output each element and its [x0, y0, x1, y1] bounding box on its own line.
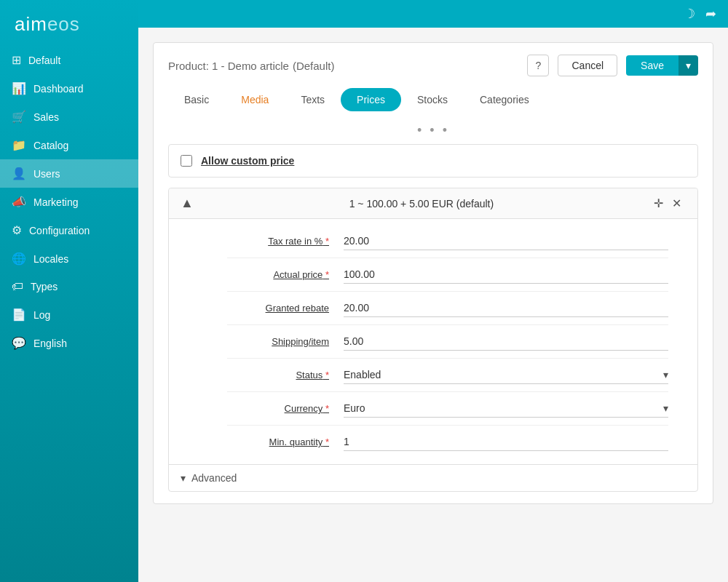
required-marker: * [325, 436, 329, 447]
sidebar-item-label: English [33, 338, 67, 349]
move-icon[interactable]: ✛ [649, 196, 668, 210]
sidebar-item-label: Marketing [33, 196, 78, 208]
sidebar-item-log[interactable]: 📄 Log [0, 300, 138, 329]
min-quantity-input[interactable] [344, 433, 668, 451]
english-icon: 💬 [12, 336, 26, 350]
dots-row: • • • [168, 120, 698, 144]
granted-rebate-input[interactable] [344, 299, 668, 317]
required-marker: * [325, 403, 329, 414]
chevron-down-icon: ▾ [181, 472, 186, 484]
price-block-header: ▲ 1 ~ 100.00 + 5.00 EUR (default) ✛ ✕ [169, 188, 697, 219]
tab-prices[interactable]: Prices [341, 88, 401, 111]
actual-price-input[interactable] [344, 266, 668, 284]
sidebar-item-sales[interactable]: 🛒 Sales [0, 103, 138, 131]
tab-texts[interactable]: Texts [285, 88, 341, 111]
save-button[interactable]: Save [626, 55, 678, 76]
actual-price-label: Actual price * [227, 269, 344, 280]
sidebar-item-label: Catalog [33, 140, 68, 151]
users-icon: 👤 [12, 167, 26, 180]
sidebar-item-label: Sales [33, 111, 59, 123]
required-marker: * [325, 269, 329, 280]
currency-select-wrapper: Euro USD GBP ▾ [344, 399, 668, 418]
required-marker: * [325, 236, 329, 247]
shipping-item-label: Shipping/item [227, 336, 344, 347]
sidebar-item-marketing[interactable]: 📣 Marketing [0, 188, 138, 216]
currency-label: Currency * [227, 403, 344, 414]
locales-icon: 🌐 [12, 252, 26, 266]
chevron-down-icon: ▾ [663, 402, 668, 414]
granted-rebate-row: Granted rebate [227, 292, 668, 325]
status-select[interactable]: Enabled Disabled [344, 366, 663, 383]
sidebar-item-english[interactable]: 💬 English [0, 329, 138, 357]
save-button-group: Save ▾ [626, 55, 698, 76]
product-title: Product: 1 - Demo article (Default) [168, 58, 518, 73]
sidebar-nav: ⊞ Default 📊 Dashboard 🛒 Sales 📁 Catalog … [0, 46, 138, 357]
required-marker: * [325, 370, 329, 380]
tab-categories[interactable]: Categories [464, 88, 545, 111]
logo: aimeos [0, 0, 138, 46]
sidebar: aimeos ⊞ Default 📊 Dashboard 🛒 Sales 📁 C… [0, 0, 138, 582]
sidebar-item-label: Log [33, 309, 50, 321]
sidebar-item-dashboard[interactable]: 📊 Dashboard [0, 74, 138, 103]
sidebar-item-users[interactable]: 👤 Users [0, 159, 138, 188]
sidebar-item-configuration[interactable]: ⚙ Configuration [0, 216, 138, 244]
sidebar-item-label: Types [31, 281, 58, 292]
advanced-row[interactable]: ▾ Advanced [169, 464, 697, 491]
min-quantity-row: Min. quantity * [227, 426, 668, 458]
status-row: Status * Enabled Disabled ▾ [227, 359, 668, 392]
price-block-title: 1 ~ 100.00 + 5.00 EUR (default) [194, 198, 649, 210]
product-card: Product: 1 - Demo article (Default) ? Ca… [153, 42, 713, 504]
custom-price-label: Allow custom price [201, 155, 294, 167]
cancel-button[interactable]: Cancel [558, 55, 617, 76]
status-label: Status * [227, 370, 344, 380]
tab-stocks[interactable]: Stocks [401, 88, 464, 111]
sidebar-item-catalog[interactable]: 📁 Catalog [0, 131, 138, 159]
custom-price-checkbox[interactable] [181, 155, 192, 167]
tax-rate-input[interactable] [344, 232, 668, 250]
save-dropdown-button[interactable]: ▾ [678, 55, 698, 76]
log-icon: 📄 [12, 308, 26, 322]
price-block: ▲ 1 ~ 100.00 + 5.00 EUR (default) ✛ ✕ Ta… [168, 188, 698, 492]
currency-row: Currency * Euro USD GBP ▾ [227, 392, 668, 426]
tab-bar: Basic Media Texts Prices Stocks Categori… [168, 88, 698, 111]
min-quantity-label: Min. quantity * [227, 436, 344, 447]
delete-icon[interactable]: ✕ [668, 196, 686, 210]
sidebar-item-label: Default [28, 55, 60, 66]
help-button[interactable]: ? [527, 55, 549, 76]
sales-icon: 🛒 [12, 110, 26, 124]
chevron-down-icon: ▾ [663, 369, 668, 380]
moon-icon[interactable]: ☽ [684, 6, 695, 22]
product-header: Product: 1 - Demo article (Default) ? Ca… [168, 55, 698, 76]
granted-rebate-label: Granted rebate [227, 303, 344, 314]
catalog-icon: 📁 [12, 138, 26, 152]
advanced-label: Advanced [191, 472, 237, 484]
custom-price-section: Allow custom price [168, 144, 698, 178]
sidebar-item-label: Users [33, 168, 60, 180]
tax-rate-row: Tax rate in % * [227, 225, 668, 258]
topbar: ☽ ➦ [138, 0, 728, 28]
product-label: (Default) [293, 60, 335, 72]
price-form: Tax rate in % * Actual price * [169, 219, 697, 464]
shipping-item-row: Shipping/item [227, 325, 668, 359]
content-area: Product: 1 - Demo article (Default) ? Ca… [138, 28, 728, 582]
default-icon: ⊞ [12, 53, 21, 67]
tab-basic[interactable]: Basic [168, 88, 225, 111]
shipping-item-input[interactable] [344, 332, 668, 351]
types-icon: 🏷 [12, 280, 23, 293]
custom-price-row: Allow custom price [169, 145, 697, 177]
configuration-icon: ⚙ [12, 223, 22, 237]
currency-select[interactable]: Euro USD GBP [344, 399, 663, 417]
actual-price-row: Actual price * [227, 258, 668, 292]
tax-rate-label: Tax rate in % * [227, 236, 344, 247]
main-content: ☽ ➦ Product: 1 - Demo article (Default) … [138, 0, 728, 582]
sidebar-item-default[interactable]: ⊞ Default [0, 46, 138, 74]
exit-icon[interactable]: ➦ [705, 6, 716, 22]
tab-media[interactable]: Media [225, 88, 285, 111]
status-select-wrapper: Enabled Disabled ▾ [344, 366, 668, 384]
marketing-icon: 📣 [12, 195, 26, 209]
sidebar-item-locales[interactable]: 🌐 Locales [0, 244, 138, 273]
dashboard-icon: 📊 [12, 81, 26, 95]
sidebar-item-label: Dashboard [33, 83, 84, 95]
collapse-button[interactable]: ▲ [181, 196, 194, 211]
sidebar-item-types[interactable]: 🏷 Types [0, 273, 138, 300]
